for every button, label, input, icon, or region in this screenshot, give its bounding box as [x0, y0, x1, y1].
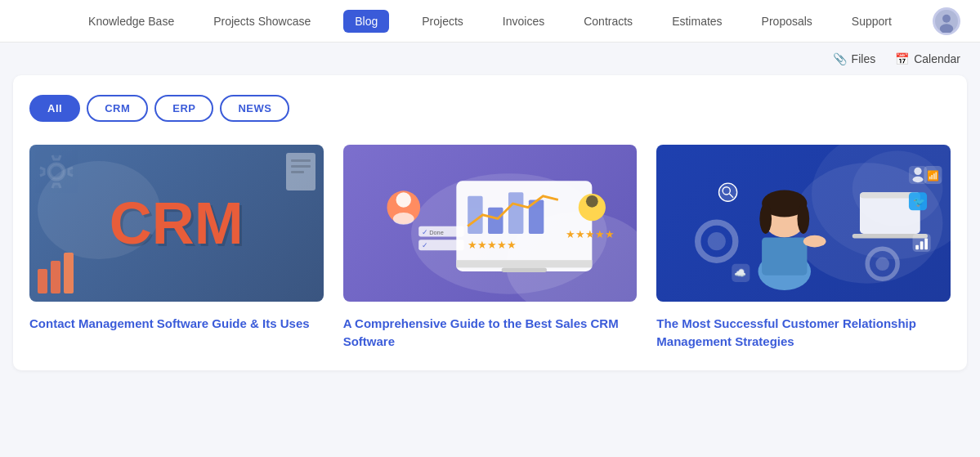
filter-erp[interactable]: ERP [154, 95, 213, 122]
svg-point-22 [393, 213, 414, 225]
svg-text:Done: Done [429, 229, 444, 236]
svg-text:★★★★★: ★★★★★ [566, 228, 615, 240]
content-card: All CRM ERP NEWS CRM [13, 75, 967, 370]
calendar-label: Calendar [914, 52, 960, 65]
main-nav: Knowledge Base Projects Showcase Blog Pr… [82, 10, 898, 33]
crm-image-text: CRM [110, 190, 244, 257]
svg-text:★★★★★: ★★★★★ [468, 239, 517, 251]
nav-item-proposals[interactable]: Proposals [755, 11, 819, 31]
svg-rect-5 [51, 261, 60, 293]
svg-point-21 [396, 192, 410, 207]
svg-point-41 [798, 204, 810, 234]
svg-rect-56 [920, 241, 924, 249]
nav-item-support[interactable]: Support [845, 11, 898, 31]
svg-rect-42 [762, 238, 807, 276]
nav-item-knowledge-base[interactable]: Knowledge Base [82, 11, 181, 31]
blog-card-1[interactable]: CRM [29, 145, 324, 351]
blog-title-3: The Most Successful Customer Relationshi… [656, 315, 951, 351]
filter-news[interactable]: NEWS [220, 95, 289, 122]
svg-text:✓: ✓ [422, 241, 428, 249]
files-label: Files [852, 52, 876, 65]
nav-item-estimates[interactable]: Estimates [665, 11, 728, 31]
paperclip-icon: 📎 [833, 52, 847, 65]
filter-all[interactable]: All [29, 95, 80, 122]
blog-image-3: 🐦 📶 ☁️ [656, 145, 951, 302]
nav-item-projects-showcase[interactable]: Projects Showcase [207, 11, 317, 31]
blog-image-1: CRM [29, 145, 324, 302]
svg-text:☁️: ☁️ [734, 267, 746, 279]
svg-rect-4 [38, 269, 47, 293]
blog-card-2[interactable]: ★★★★★ ✓ Done ✓ ★★★★★ [343, 145, 638, 351]
svg-rect-8 [291, 159, 311, 162]
nav-item-blog[interactable]: Blog [343, 10, 389, 33]
svg-rect-6 [64, 253, 74, 293]
blog-card-3[interactable]: 🐦 📶 ☁️ [656, 145, 951, 351]
svg-point-34 [708, 232, 726, 250]
blog-title-2: A Comprehensive Guide to the Best Sales … [343, 315, 638, 351]
svg-rect-10 [291, 171, 304, 173]
svg-rect-13 [456, 260, 592, 267]
svg-rect-14 [501, 267, 546, 272]
nav-item-contracts[interactable]: Contracts [577, 11, 639, 31]
svg-point-40 [760, 204, 772, 234]
svg-point-43 [803, 235, 826, 248]
blog-title-1: Contact Management Software Guide & Its … [29, 315, 324, 333]
nav-item-invoices[interactable]: Invoices [496, 11, 551, 31]
svg-text:📶: 📶 [927, 169, 939, 181]
svg-text:✓: ✓ [422, 228, 428, 236]
svg-rect-16 [488, 208, 503, 234]
svg-rect-15 [468, 196, 482, 234]
nav-item-projects[interactable]: Projects [415, 11, 470, 31]
main-content: All CRM ERP NEWS CRM [0, 75, 980, 390]
svg-point-30 [586, 195, 598, 208]
blog-image-2: ★★★★★ ✓ Done ✓ ★★★★★ [343, 145, 638, 302]
svg-rect-55 [916, 245, 920, 250]
avatar[interactable] [933, 7, 960, 35]
header: Knowledge Base Projects Showcase Blog Pr… [0, 0, 980, 43]
calendar-icon: 📅 [895, 52, 909, 65]
calendar-button[interactable]: 📅 Calendar [895, 52, 960, 65]
svg-point-61 [915, 168, 922, 175]
blog-grid: CRM [29, 145, 951, 351]
filter-crm[interactable]: CRM [87, 95, 148, 122]
svg-rect-9 [291, 165, 311, 168]
filter-bar: All CRM ERP NEWS [29, 95, 951, 122]
svg-point-47 [719, 183, 737, 201]
svg-point-62 [913, 177, 924, 182]
toolbar: 📎 Files 📅 Calendar [0, 43, 980, 75]
svg-rect-17 [508, 192, 523, 234]
svg-text:🐦: 🐦 [913, 195, 925, 208]
svg-point-36 [876, 257, 890, 271]
svg-point-1 [942, 14, 951, 22]
files-button[interactable]: 📎 Files [833, 52, 876, 65]
svg-rect-57 [925, 238, 929, 249]
